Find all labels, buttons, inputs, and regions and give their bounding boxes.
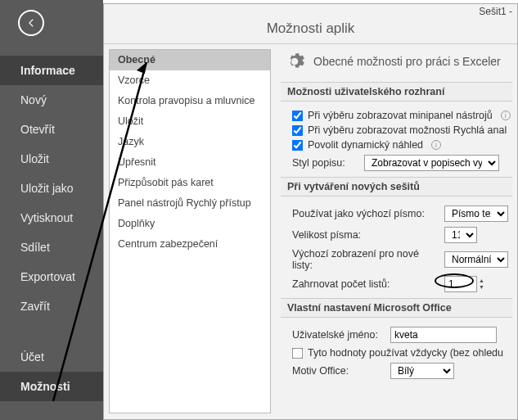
options-category-list: Obecné Vzorce Kontrola pravopisu a mluvn… <box>109 49 271 413</box>
cat-obecne[interactable]: Obecné <box>110 50 270 70</box>
chk-minipanel[interactable] <box>292 110 304 121</box>
lbl-username: Uživatelské jméno: <box>292 329 384 341</box>
nav-zavrit[interactable]: Zavřít <box>0 291 103 321</box>
cat-pas-karet[interactable]: Přizpůsobit pás karet <box>110 173 270 193</box>
cat-ulozit[interactable]: Uložit <box>110 111 270 132</box>
settings-icon <box>284 51 305 72</box>
sel-tooltip-style[interactable]: Zobrazovat v popisech vysvětlen <box>364 155 499 171</box>
sel-office-theme[interactable]: Bílý <box>390 363 454 379</box>
options-dialog: Sešit1 - Možnosti aplik Obecné Vzorce Ko… <box>103 3 518 420</box>
info-icon[interactable]: i <box>501 111 511 120</box>
lbl-font-size: Velikost písma: <box>292 229 438 241</box>
backstage-nav: Informace Nový Otevřít Uložit Uložit jak… <box>0 56 103 401</box>
sel-default-font[interactable]: Písmo textu <box>444 205 508 222</box>
cat-upresnit[interactable]: Upřesnit <box>110 152 270 173</box>
nav-ulozit[interactable]: Uložit <box>0 144 103 174</box>
sel-font-size[interactable]: 11 <box>444 227 477 243</box>
lbl-default-view: Výchozí zobrazení pro nové listy: <box>292 248 438 271</box>
spin-down-icon[interactable]: ▼ <box>479 284 484 291</box>
nav-moznosti[interactable]: Možnosti <box>0 372 103 401</box>
options-content: Obecné možnosti pro práci s Exceler Možn… <box>276 44 517 418</box>
nav-ulozit-jako[interactable]: Uložit jako <box>0 174 103 203</box>
lbl-always-use: Tyto hodnoty používat vždycky (bez ohled… <box>308 347 503 359</box>
input-username[interactable] <box>390 327 497 343</box>
input-sheet-count[interactable] <box>444 276 477 292</box>
chk-always-use[interactable] <box>292 347 304 359</box>
spin-sheet-count[interactable]: ▲▼ <box>444 276 484 292</box>
cat-zabezpeceni[interactable]: Centrum zabezpečení <box>110 234 270 255</box>
cat-doplnky[interactable]: Doplňky <box>110 214 270 234</box>
cat-pravopis[interactable]: Kontrola pravopisu a mluvnice <box>110 91 270 111</box>
nav-otevrit[interactable]: Otevřít <box>0 115 103 144</box>
back-button[interactable] <box>18 10 44 36</box>
nav-vytisknout[interactable]: Vytisknout <box>0 203 103 233</box>
content-header-text: Obecné možnosti pro práci s Exceler <box>313 55 501 68</box>
dialog-title: Možnosti aplik <box>104 17 517 44</box>
nav-novy[interactable]: Nový <box>0 85 103 115</box>
lbl-quick-analysis: Při výběru zobrazovat možnosti Rychlá an… <box>308 124 507 136</box>
nav-informace[interactable]: Informace <box>0 56 103 85</box>
nav-ucet[interactable]: Účet <box>0 342 103 372</box>
chk-quick-analysis[interactable] <box>292 124 304 136</box>
nav-sdilet[interactable]: Sdílet <box>0 233 103 262</box>
backstage-sidebar: Informace Nový Otevřít Uložit Uložit jak… <box>0 0 103 420</box>
chk-dynamic-preview[interactable] <box>292 139 304 151</box>
lbl-tooltip-style: Styl popisu: <box>292 157 358 169</box>
cat-rychly-pristup[interactable]: Panel nástrojů Rychlý přístup <box>110 193 270 214</box>
lbl-office-theme: Motiv Office: <box>292 365 384 377</box>
lbl-minipanel: Při výběru zobrazovat minipanel nástrojů <box>308 110 493 121</box>
lbl-dynamic-preview: Povolit dynamický náhled <box>308 139 423 151</box>
content-header: Obecné možnosti pro práci s Exceler <box>281 51 512 72</box>
section-ui-title: Možnosti uživatelského rozhraní <box>281 82 512 102</box>
arrow-left-icon <box>25 17 37 29</box>
sel-default-view[interactable]: Normální zo <box>444 251 508 268</box>
nav-exportovat[interactable]: Exportovat <box>0 262 103 291</box>
section-user-title: Vlastní nastavení Microsoft Office <box>281 298 512 318</box>
lbl-sheet-count: Zahrnovat počet listů: <box>292 278 438 290</box>
lbl-default-font: Používat jako výchozí písmo: <box>292 208 438 219</box>
cat-jazyk[interactable]: Jazyk <box>110 132 270 152</box>
spin-up-icon[interactable]: ▲ <box>479 278 484 284</box>
cat-vzorce[interactable]: Vzorce <box>110 70 270 91</box>
info-icon[interactable]: i <box>431 140 441 150</box>
section-new-title: Při vytváření nových sešitů <box>281 177 512 196</box>
workbook-title: Sešit1 - <box>104 4 517 17</box>
